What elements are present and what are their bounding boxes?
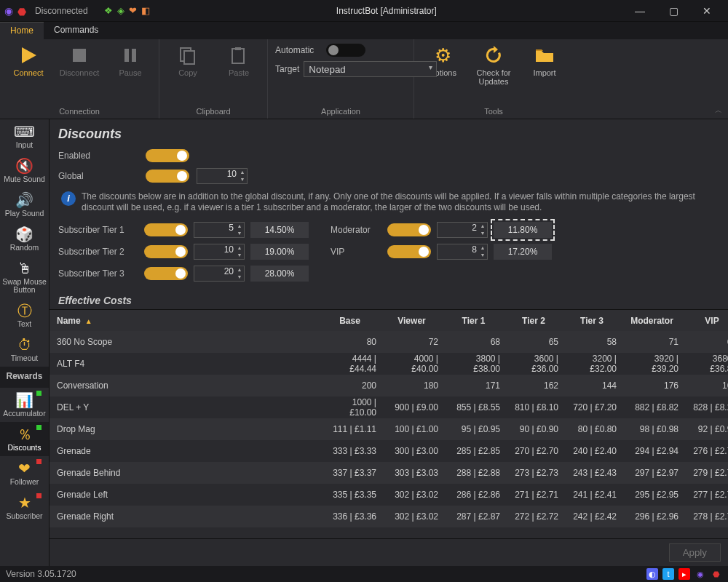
sidebar-item-discounts[interactable]: ％Discounts — [0, 422, 49, 456]
sidebar-item-accumulator[interactable]: 📊Accumulator — [0, 388, 49, 422]
twitch-link-icon[interactable]: ◉ — [695, 568, 706, 580]
col-vip[interactable]: VIP — [683, 316, 728, 326]
tier2-value[interactable]: 10▲▼ — [194, 244, 245, 260]
cell-name: Grenade Behind — [50, 468, 319, 478]
col-name[interactable]: Name▲ — [50, 316, 319, 326]
obs-link-icon[interactable]: ⬣ — [711, 568, 722, 580]
col-mod[interactable]: Moderator — [621, 316, 683, 326]
table-row[interactable]: Drop Mag111 | £1.11100 | £1.0095 | £0.95… — [50, 418, 728, 440]
tier1-label: Subscriber Tier 1 — [58, 225, 138, 235]
cell-base: 4444 | £44.44 — [319, 354, 381, 374]
tier1-toggle[interactable] — [144, 223, 188, 236]
discounts-heading: Discounts — [50, 119, 728, 146]
tag-icon[interactable]: ◈ — [117, 5, 124, 16]
sidebar-item-text[interactable]: ⓉText — [0, 298, 49, 332]
heart-icon: ❤ — [14, 459, 36, 478]
paste-button: Paste — [218, 44, 260, 77]
sidebar-heading-rewards: Rewards — [0, 367, 49, 388]
maximize-button[interactable]: ▢ — [657, 0, 690, 22]
vip-toggle[interactable] — [387, 245, 431, 258]
global-value[interactable]: 10▲▼ — [197, 168, 248, 184]
tier3-toggle[interactable] — [144, 267, 188, 280]
tree-icon[interactable]: ❖ — [104, 5, 113, 16]
cell-vip: 279 | £2.79 — [683, 468, 728, 478]
ribbon-tabs: Home Commands — [0, 22, 728, 39]
mod-toggle[interactable] — [387, 223, 431, 236]
enabled-toggle[interactable] — [146, 149, 189, 162]
cell-viewer: 303 | £3.03 — [381, 468, 443, 478]
cell-name: Conversation — [50, 380, 319, 391]
youtube-icon[interactable]: ▸ — [678, 568, 690, 580]
table-row[interactable]: DEL + Y1000 | £10.00900 | £9.00855 | £8.… — [50, 396, 728, 418]
ribbon-collapse-icon[interactable]: ︿ — [715, 105, 722, 116]
tab-home[interactable]: Home — [0, 22, 44, 39]
sidebar-item-mute-sound[interactable]: 🔇Mute Sound — [0, 154, 49, 188]
cell-t3: 243 | £2.43 — [563, 468, 621, 478]
sidebar-item-input[interactable]: ⌨Input — [0, 119, 49, 154]
cell-mod: 295 | £2.95 — [621, 490, 683, 500]
group-application-label: Application — [275, 107, 406, 117]
col-tier2[interactable]: Tier 2 — [505, 316, 563, 326]
import-button[interactable]: Import — [523, 44, 566, 77]
cell-t1: 287 | £2.87 — [443, 511, 505, 522]
check-updates-button[interactable]: Check for Updates — [472, 44, 515, 86]
cell-mod: 71 — [621, 337, 683, 347]
cell-t2: 90 | £0.90 — [505, 424, 563, 434]
mod-value[interactable]: 2▲▼ — [437, 222, 488, 238]
cell-t2: 162 — [505, 380, 563, 391]
sidebar-item-follower[interactable]: ❤Follower — [0, 456, 49, 490]
tab-commands[interactable]: Commands — [44, 22, 108, 39]
pause-icon — [119, 44, 142, 67]
col-viewer[interactable]: Viewer — [381, 316, 443, 326]
automatic-toggle[interactable] — [326, 44, 365, 57]
table-row[interactable]: Grenade333 | £3.33300 | £3.00285 | £2.85… — [50, 440, 728, 462]
sidebar-item-swap-mouse[interactable]: 🖱Swap Mouse Button — [0, 256, 49, 298]
svg-rect-1 — [124, 49, 129, 62]
heart-icon[interactable]: ❤ — [129, 5, 137, 16]
tier1-value[interactable]: 5▲▼ — [194, 222, 245, 238]
copy-button: Copy — [167, 44, 209, 77]
keyboard-icon: ⌨ — [14, 122, 36, 141]
enabled-label: Enabled — [58, 151, 138, 161]
vip-value[interactable]: 8▲▼ — [437, 244, 488, 260]
sidebar-item-play-sound[interactable]: 🔊Play Sound — [0, 188, 49, 222]
folder-icon — [533, 44, 556, 67]
automatic-label: Automatic — [275, 45, 322, 55]
table-row[interactable]: ALT F44444 | £44.444000 | £40.003800 | £… — [50, 353, 728, 375]
window-title: InstructBot [Administrator] — [150, 6, 623, 16]
col-tier1[interactable]: Tier 1 — [443, 316, 505, 326]
connect-button[interactable]: Connect — [7, 44, 50, 77]
cell-t1: 3800 | £38.00 — [443, 354, 505, 374]
col-tier3[interactable]: Tier 3 — [563, 316, 621, 326]
cell-name: ALT F4 — [50, 359, 319, 369]
table-body[interactable]: 360 No Scope80726865587166ALT F44444 | £… — [50, 331, 728, 538]
target-select[interactable] — [304, 61, 437, 77]
sidebar: ⌨Input 🔇Mute Sound 🔊Play Sound 🎲Random 🖱… — [0, 119, 50, 566]
table-row[interactable]: Grenade Right336 | £3.36302 | £3.02287 |… — [50, 506, 728, 527]
cell-t3: 242 | £2.42 — [563, 511, 621, 522]
patch-icon[interactable]: ◧ — [141, 5, 150, 16]
minimize-button[interactable]: — — [623, 0, 657, 22]
table-row[interactable]: Conversation200180171162144176166 — [50, 375, 728, 396]
cell-t3: 3200 | £32.00 — [563, 354, 621, 374]
global-toggle[interactable] — [146, 170, 189, 183]
apply-button[interactable]: Apply — [669, 543, 721, 562]
close-button[interactable]: ✕ — [690, 0, 724, 22]
sidebar-item-subscriber[interactable]: ★Subscriber — [0, 490, 49, 525]
twitter-icon[interactable]: t — [662, 568, 674, 580]
sidebar-item-random[interactable]: 🎲Random — [0, 222, 49, 256]
tier3-value[interactable]: 20▲▼ — [194, 266, 245, 282]
table-row[interactable]: 360 No Scope80726865587166 — [50, 331, 728, 353]
table-row[interactable]: Grenade Left335 | £3.35302 | £3.02286 | … — [50, 484, 728, 506]
table-row[interactable]: Grenade Behind337 | £3.37303 | £3.03288 … — [50, 462, 728, 484]
tier2-toggle[interactable] — [144, 245, 188, 258]
cell-mod: 882 | £8.82 — [621, 402, 683, 412]
sidebar-item-timeout[interactable]: ⏱Timeout — [0, 332, 49, 367]
effective-costs-heading: Effective Costs — [50, 287, 728, 309]
mouse-icon: 🖱 — [14, 259, 36, 278]
col-base[interactable]: Base — [319, 316, 381, 326]
vip-label: VIP — [331, 247, 381, 257]
tier2-label: Subscriber Tier 2 — [58, 247, 138, 257]
discord-icon[interactable]: ◐ — [646, 568, 658, 580]
cell-viewer: 302 | £3.02 — [381, 511, 443, 522]
